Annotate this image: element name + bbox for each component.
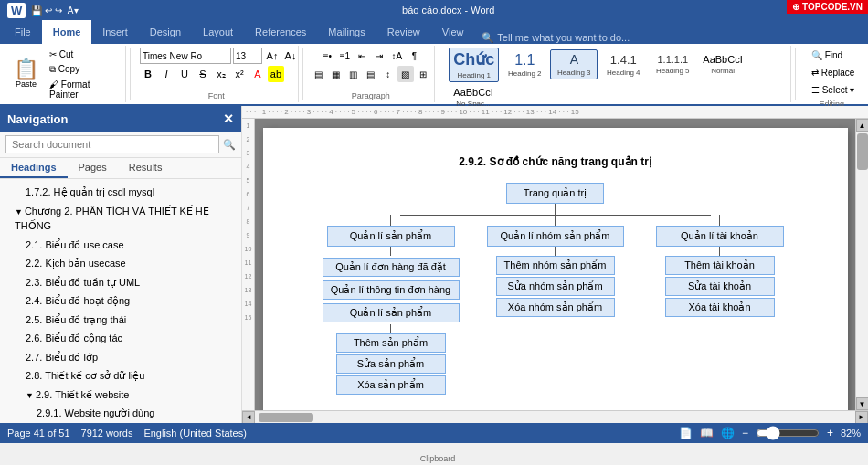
- list-btns: ≡• ≡1 ⇤ ⇥ ↕A ¶: [319, 48, 422, 64]
- title-bar: W 💾 ↩ ↪ A▾ báo cáo.docx - Word ⊕ TOPCODE…: [0, 0, 868, 20]
- number-list-btn[interactable]: ≡1: [336, 48, 353, 64]
- nav-item-10[interactable]: 2.8. Thiết kế cơ sở dữ liệu: [0, 366, 241, 386]
- align-left-btn[interactable]: ▤: [311, 66, 327, 82]
- col3: Quản lí tài khoản Thêm tài khoản Sửa tài…: [647, 215, 793, 395]
- nav-tab-pages[interactable]: Pages: [68, 158, 118, 178]
- bullet-list-btn[interactable]: ≡•: [319, 48, 335, 64]
- zoom-out-icon[interactable]: −: [742, 427, 748, 439]
- col2-child2: Sửa nhóm sản phẩm: [496, 277, 615, 296]
- highlight-btn[interactable]: ab: [268, 66, 284, 82]
- align-justify-btn[interactable]: ▤: [363, 66, 379, 82]
- view-read-icon[interactable]: 📖: [700, 427, 714, 439]
- format-painter-button[interactable]: 🖌 Format Painter: [45, 78, 122, 101]
- tab-view[interactable]: View: [431, 20, 475, 44]
- document-page[interactable]: 2.9.2. Sơ đồ chức năng trang quản trị Tr…: [263, 128, 848, 410]
- superscript-button[interactable]: x²: [231, 66, 248, 82]
- scroll-right-btn[interactable]: ►: [855, 411, 868, 424]
- align-center-btn[interactable]: ▦: [328, 66, 344, 82]
- increase-font-btn[interactable]: A↑: [264, 48, 281, 64]
- col2-child1: Thêm nhóm sản phẩm: [496, 256, 615, 275]
- style-heading1[interactable]: Chức Heading 1: [449, 48, 499, 82]
- font-name-input[interactable]: [140, 48, 231, 64]
- tab-insert[interactable]: Insert: [91, 20, 139, 44]
- tab-review[interactable]: Review: [376, 20, 431, 44]
- nav-item-4[interactable]: 2.2. Kịch bản usecase: [0, 254, 241, 273]
- col1-child3: Quản lí sản phẩm: [323, 303, 460, 322]
- nav-item-13[interactable]: 2.9.2. Sơ đồ chức năng trang quản trị: [0, 423, 241, 424]
- h-scroll-thumb[interactable]: [259, 413, 313, 422]
- h-connector: [400, 215, 711, 216]
- nav-item-8[interactable]: 2.6. Biểu đồ cộng tác: [0, 329, 241, 348]
- tab-references[interactable]: References: [244, 20, 317, 44]
- tab-design[interactable]: Design: [139, 20, 192, 44]
- col3-header: Quản lí tài khoản: [656, 226, 784, 247]
- nav-item-9[interactable]: 2.7. Biểu đồ lớp: [0, 348, 241, 367]
- document-area: 2.9.2. Sơ đồ chức năng trang quản trị Tr…: [255, 119, 855, 410]
- paste-button[interactable]: 📋 Paste: [7, 48, 45, 100]
- nav-item-7[interactable]: 2.5. Biểu đồ trạng thái: [0, 311, 241, 330]
- view-print-icon[interactable]: 📄: [679, 427, 693, 439]
- scrollbar-vertical[interactable]: ▲ ▼: [855, 119, 868, 410]
- nav-tabs: Headings Pages Results: [0, 158, 241, 179]
- style-heading4[interactable]: 1.4.1 Heading 4: [599, 50, 647, 79]
- nav-item-5[interactable]: 2.3. Biểu đồ tuần tự UML: [0, 273, 241, 292]
- nav-search-input[interactable]: [5, 135, 219, 153]
- font-format-row: B I U S x₂ x² A ab: [140, 66, 284, 82]
- scrollbar-horizontal[interactable]: ◄ ►: [242, 410, 868, 423]
- style-heading5[interactable]: 1.1.1.1 Heading 5: [649, 51, 696, 78]
- col1-sub1: Thêm sản phẩm: [336, 333, 446, 353]
- style-heading2[interactable]: 1.1 Heading 2: [501, 48, 548, 80]
- select-button[interactable]: ☰ Select ▾: [805, 82, 862, 98]
- replace-button[interactable]: ⇄ Replace: [805, 65, 862, 80]
- scroll-down-btn[interactable]: ▼: [856, 397, 869, 410]
- view-web-icon[interactable]: 🌐: [721, 427, 735, 439]
- nav-item-2[interactable]: ▼Chương 2. PHÂN TÍCH VÀ THIẾT KẾ HỆ THỐN…: [0, 202, 241, 236]
- word-count: 7912 words: [81, 428, 133, 439]
- subscript-button[interactable]: x₂: [213, 66, 229, 82]
- font-color-btn[interactable]: A: [249, 66, 266, 82]
- find-button[interactable]: 🔍 Find: [805, 48, 849, 63]
- org-root-node: Trang quản trị: [506, 183, 605, 204]
- strikethrough-button[interactable]: S: [195, 66, 211, 82]
- nav-item-3[interactable]: 2.1. Biểu đồ use case: [0, 236, 241, 255]
- shading-btn[interactable]: ▨: [397, 66, 414, 82]
- line-spacing-btn[interactable]: ↕: [380, 66, 397, 82]
- zoom-slider[interactable]: [756, 426, 820, 440]
- col1-sub2: Sửa sản phẩm: [336, 354, 446, 374]
- scroll-up-btn[interactable]: ▲: [856, 119, 869, 132]
- nav-tab-results[interactable]: Results: [118, 158, 174, 178]
- style-normal[interactable]: AaBbCcI Normal: [698, 51, 746, 78]
- show-marks-btn[interactable]: ¶: [406, 48, 422, 64]
- tab-mailings[interactable]: Mailings: [317, 20, 376, 44]
- tab-layout[interactable]: Layout: [192, 20, 244, 44]
- tab-home[interactable]: Home: [42, 20, 92, 44]
- col1-sub3: Xóa sản phẩm: [336, 375, 446, 395]
- nav-tab-headings[interactable]: Headings: [0, 158, 68, 178]
- col3-child3: Xóa tài khoản: [665, 298, 775, 317]
- copy-button[interactable]: ⧉ Copy: [45, 62, 122, 77]
- italic-button[interactable]: I: [158, 66, 175, 82]
- font-size-input[interactable]: [233, 48, 262, 64]
- scroll-thumb[interactable]: [857, 133, 868, 170]
- nav-title: Navigation: [7, 112, 68, 126]
- topcode-logo: ⊕ TOPCODE.VN: [787, 0, 868, 14]
- align-right-btn[interactable]: ▥: [345, 66, 362, 82]
- nav-close-btn[interactable]: ✕: [223, 111, 234, 126]
- scroll-left-btn[interactable]: ◄: [242, 411, 255, 424]
- underline-button[interactable]: U: [176, 66, 193, 82]
- bold-button[interactable]: B: [140, 66, 156, 82]
- nav-item-11[interactable]: ▼2.9. Thiết kế website: [0, 386, 241, 405]
- indent-btn[interactable]: ⇥: [371, 48, 387, 64]
- nav-item-1[interactable]: 1.7.2. Hệ quản trị csdl mysql: [0, 183, 241, 202]
- style-heading3[interactable]: A Heading 3: [550, 49, 598, 79]
- border-btn[interactable]: ⊞: [415, 66, 431, 82]
- nav-item-12[interactable]: 2.9.1. Website người dùng: [0, 404, 241, 423]
- zoom-in-icon[interactable]: +: [827, 427, 833, 439]
- tab-file[interactable]: File: [4, 20, 42, 44]
- cut-button[interactable]: ✂ Cut: [45, 48, 122, 61]
- nav-item-6[interactable]: 2.4. Biểu đồ hoạt động: [0, 291, 241, 311]
- decrease-font-btn[interactable]: A↓: [282, 48, 299, 64]
- outdent-btn[interactable]: ⇤: [354, 48, 370, 64]
- tell-me-tab-input[interactable]: 🔍 Tell me what you want to do...: [482, 32, 630, 44]
- sort-btn[interactable]: ↕A: [388, 48, 405, 64]
